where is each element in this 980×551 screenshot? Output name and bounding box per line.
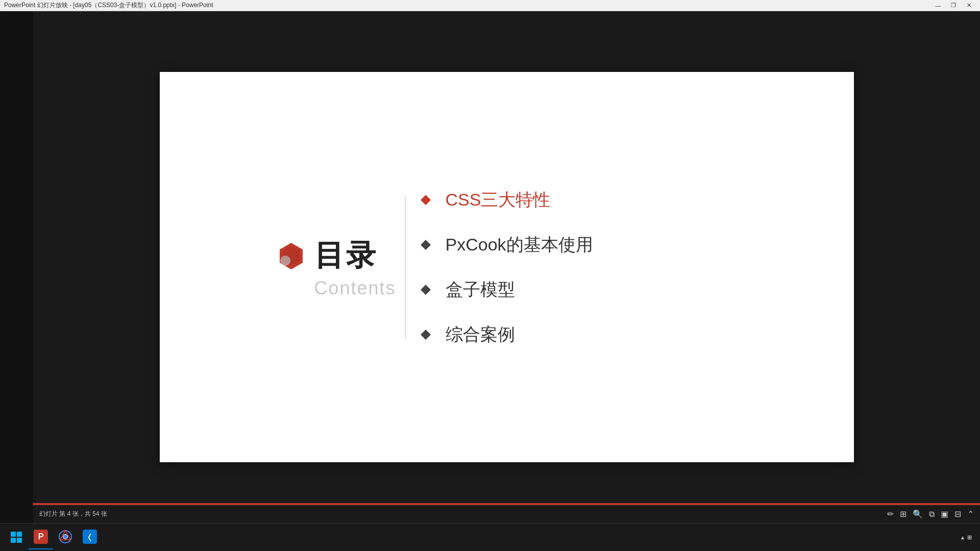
title-bar: PowerPoint 幻灯片放映 - [day05（CSS03-盒子模型）v1.…: [0, 0, 980, 11]
diamond-icon-1: [420, 194, 431, 206]
windows-logo-icon: [11, 532, 22, 543]
menu-item-2: PxCook的基本使用: [420, 233, 593, 257]
title-bar-controls: — ❐ ✕: [931, 1, 976, 10]
svg-marker-4: [421, 240, 431, 250]
taskbar-chrome[interactable]: [53, 525, 78, 549]
powerpoint-icon: P: [34, 530, 48, 544]
hexagon-logo: [277, 241, 305, 269]
chrome-icon: [58, 530, 72, 544]
slide-area: 目录 Contents CSS三大特性 PxCook的基本使用: [33, 11, 980, 523]
taskbar-right: ▲ ⊞: [960, 534, 976, 541]
taskbar-vscode[interactable]: ❬: [78, 525, 102, 549]
pen-tool-button[interactable]: ✏: [887, 509, 894, 519]
title-bar-text: PowerPoint 幻灯片放映 - [day05（CSS03-盒子模型）v1.…: [4, 1, 213, 10]
close-button[interactable]: ✕: [962, 1, 976, 10]
menu-label-4: 综合案例: [446, 323, 515, 346]
svg-marker-3: [421, 195, 431, 205]
svg-rect-8: [17, 532, 22, 537]
slide: 目录 Contents CSS三大特性 PxCook的基本使用: [160, 72, 854, 462]
view-mode-3[interactable]: ⊟: [954, 509, 961, 519]
view-mode-2[interactable]: ▣: [941, 509, 948, 519]
chevron-up[interactable]: ⌃: [967, 509, 974, 519]
vscode-icon: ❬: [83, 530, 97, 544]
menu-label-3: 盒子模型: [446, 278, 515, 302]
slideshow-controls: ✏ ⊞ 🔍 ⧉ ▣ ⊟ ⌃: [887, 509, 974, 519]
svg-point-2: [280, 256, 290, 266]
restore-button[interactable]: ❐: [946, 1, 961, 10]
diamond-icon-3: [420, 284, 431, 295]
slideshow-bar: 幻灯片 第 4 张，共 54 张 ✏ ⊞ 🔍 ⧉ ▣ ⊟ ⌃: [33, 505, 980, 523]
diamond-icon-4: [420, 329, 431, 340]
slide-info: 幻灯片 第 4 张，共 54 张: [39, 510, 107, 518]
taskbar-chevron-icon: ▲: [960, 535, 965, 540]
left-panel: 目录 Contents: [160, 72, 405, 462]
taskbar-time: ⊞: [967, 534, 972, 541]
logo-title-group: 目录: [277, 236, 378, 276]
subtitle: Contents: [314, 278, 396, 299]
left-sidebar: [0, 11, 33, 523]
right-panel: CSS三大特性 PxCook的基本使用 盒子模型: [420, 188, 593, 346]
taskbar-powerpoint[interactable]: P: [29, 525, 53, 549]
windows-start-button[interactable]: [4, 525, 29, 549]
svg-marker-6: [421, 330, 431, 340]
divider: [405, 196, 406, 339]
diamond-icon-2: [420, 239, 431, 251]
svg-marker-5: [421, 285, 431, 295]
menu-item-1: CSS三大特性: [420, 188, 593, 212]
view-all-button[interactable]: ⊞: [900, 509, 906, 519]
svg-point-13: [63, 535, 67, 539]
menu-label-1: CSS三大特性: [446, 188, 551, 212]
minimize-button[interactable]: —: [931, 1, 945, 10]
menu-item-3: 盒子模型: [420, 278, 593, 302]
view-mode-1[interactable]: ⧉: [929, 510, 935, 519]
zoom-button[interactable]: 🔍: [913, 509, 923, 519]
main-title: 目录: [314, 236, 378, 276]
svg-rect-7: [11, 532, 16, 537]
menu-label-2: PxCook的基本使用: [446, 233, 593, 257]
win-taskbar: P ❬ ▲ ⊞: [0, 523, 980, 551]
menu-item-4: 综合案例: [420, 323, 593, 346]
svg-rect-9: [11, 538, 16, 543]
svg-rect-10: [17, 538, 22, 543]
